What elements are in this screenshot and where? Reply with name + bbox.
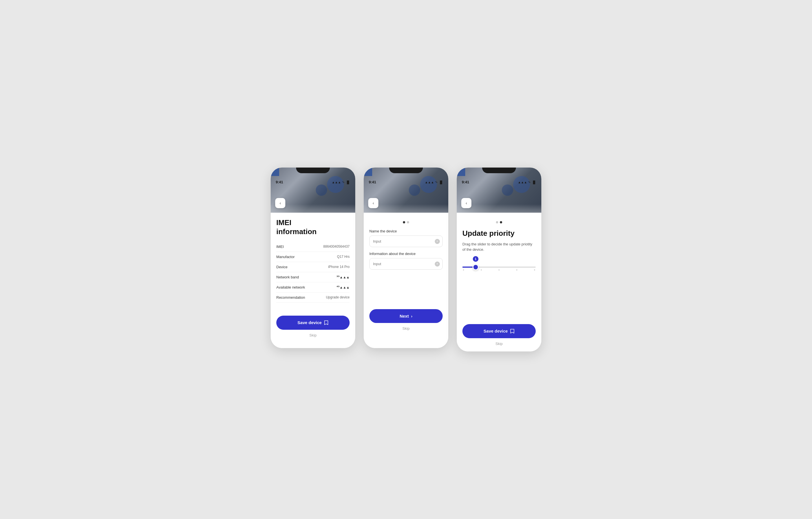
screen3-status-bar: 9:41 ▲▲▲ ∿ ▐▌ — [457, 176, 541, 184]
clear-icon: × — [436, 262, 438, 266]
screen1-phone: 9:41 ▲▲▲ ∿ ▐▌ ‹ IMEI information IMEI 88… — [271, 168, 355, 348]
screen1-status-icons: ▲▲▲ ∿ ▐▌ — [332, 180, 350, 184]
tick-3 — [498, 269, 500, 271]
tick-4 — [516, 269, 517, 271]
imei-label: IMEI — [276, 245, 284, 249]
priority-description: Drag the slider to decide the update pri… — [462, 242, 536, 252]
wifi-icon: ∿ — [528, 180, 531, 184]
pagination-dots — [369, 218, 443, 229]
dot-1 — [403, 221, 405, 223]
slider-track: 1 — [462, 267, 536, 268]
screen1-back-button[interactable]: ‹ — [275, 198, 285, 208]
screen1-title: IMEI information — [276, 218, 350, 236]
dot-2 — [500, 221, 502, 223]
screen2-body: Name the device × Information about the … — [364, 213, 448, 348]
manufactor-value: Q17 Hrs — [337, 255, 350, 258]
signal-icon: ▲▲▲ — [425, 181, 434, 184]
wifi-icon: ∿ — [435, 180, 438, 184]
battery-icon: ▐▌ — [439, 181, 443, 184]
signal-icon: ▲▲▲ — [332, 181, 341, 184]
screen3-phone: 9:41 ▲▲▲ ∿ ▐▌ ‹ Update priority Drag the… — [457, 168, 541, 351]
save-device-button[interactable]: Save device — [276, 316, 350, 330]
skip-link[interactable]: Skip — [462, 342, 536, 346]
screen3-header: 9:41 ▲▲▲ ∿ ▐▌ ‹ — [457, 168, 541, 213]
screen1-body: IMEI information IMEI 88640040564437 Man… — [271, 213, 355, 348]
skip-link[interactable]: Skip — [276, 333, 350, 337]
clear-icon: × — [436, 240, 438, 243]
bookmark-icon — [324, 320, 328, 325]
screen1-status-bar: 9:41 ▲▲▲ ∿ ▐▌ — [271, 176, 355, 184]
network-band-row: Network band 3G▲▲▲ — [276, 272, 350, 282]
tick-1 — [463, 269, 464, 271]
slider-thumb[interactable] — [472, 264, 479, 270]
device-value: iPhone 14 Pro — [328, 265, 350, 269]
info-input[interactable] — [369, 258, 443, 270]
name-clear-button[interactable]: × — [435, 239, 440, 244]
wifi-icon: ∿ — [342, 180, 345, 184]
priority-slider-container: 1 — [462, 261, 536, 276]
screen1-header: 9:41 ▲▲▲ ∿ ▐▌ ‹ — [271, 168, 355, 213]
screens-container: 9:41 ▲▲▲ ∿ ▐▌ ‹ IMEI information IMEI 88… — [259, 156, 553, 362]
slider-value-label: 1 — [473, 256, 478, 262]
device-label: Device — [276, 265, 288, 269]
signal-icon: ▲▲▲ — [518, 181, 527, 184]
device-row: Device iPhone 14 Pro — [276, 262, 350, 272]
available-network-label: Available network — [276, 285, 305, 290]
network-band-label: Network band — [276, 275, 299, 279]
screen2-header: 9:41 ▲▲▲ ∿ ▐▌ ‹ — [364, 168, 448, 213]
name-label: Name the device — [369, 229, 443, 233]
imei-row: IMEI 88640040564437 — [276, 242, 350, 252]
back-arrow-icon: ‹ — [373, 201, 374, 206]
back-arrow-icon: ‹ — [280, 201, 281, 206]
battery-icon: ▐▌ — [346, 181, 350, 184]
info-label: Information about the device — [369, 252, 443, 256]
available-network-row: Available network 4G▲▲▲ — [276, 282, 350, 293]
slider-thumb-wrap: 1 — [472, 264, 479, 270]
name-input[interactable] — [369, 236, 443, 247]
back-arrow-icon: ‹ — [466, 201, 467, 206]
tick-5 — [534, 269, 535, 271]
screen3-back-button[interactable]: ‹ — [461, 198, 471, 208]
recommendation-row: Recommendation Upgrade device — [276, 293, 350, 303]
screen3-time: 9:41 — [462, 180, 469, 184]
info-field-group: Information about the device × — [369, 252, 443, 270]
name-field-group: Name the device × — [369, 229, 443, 247]
tick-2 — [481, 269, 482, 271]
skip-link[interactable]: Skip — [369, 326, 443, 331]
screen2-time: 9:41 — [369, 180, 376, 184]
screen3-body: Update priority Drag the slider to decid… — [457, 213, 541, 351]
network-band-value: 3G▲▲▲ — [337, 275, 350, 279]
priority-title: Update priority — [462, 229, 536, 238]
recommendation-value: Upgrade device — [326, 295, 350, 299]
bookmark-icon — [510, 329, 515, 334]
screen2-status-bar: 9:41 ▲▲▲ ∿ ▐▌ — [364, 176, 448, 184]
manufactor-row: Manufactor Q17 Hrs — [276, 252, 350, 262]
available-network-value: 4G▲▲▲ — [337, 285, 350, 290]
screen3-status-icons: ▲▲▲ ∿ ▐▌ — [518, 180, 536, 184]
screen1-time: 9:41 — [276, 180, 283, 184]
pagination-dots — [462, 218, 536, 229]
save-device-button[interactable]: Save device — [462, 324, 536, 338]
chevron-right-icon: › — [411, 314, 412, 319]
info-clear-button[interactable]: × — [435, 262, 440, 267]
manufactor-label: Manufactor — [276, 255, 295, 259]
dot-1 — [496, 221, 498, 223]
dot-2 — [407, 221, 409, 223]
screen2-back-button[interactable]: ‹ — [368, 198, 378, 208]
info-input-wrap: × — [369, 258, 443, 270]
recommendation-label: Recommendation — [276, 295, 305, 300]
name-input-wrap: × — [369, 236, 443, 247]
battery-icon: ▐▌ — [532, 181, 536, 184]
screen2-phone: 9:41 ▲▲▲ ∿ ▐▌ ‹ Name the device — [364, 168, 448, 348]
screen2-status-icons: ▲▲▲ ∿ ▐▌ — [425, 180, 443, 184]
next-button[interactable]: Next › — [369, 309, 443, 323]
imei-value: 88640040564437 — [323, 245, 350, 248]
